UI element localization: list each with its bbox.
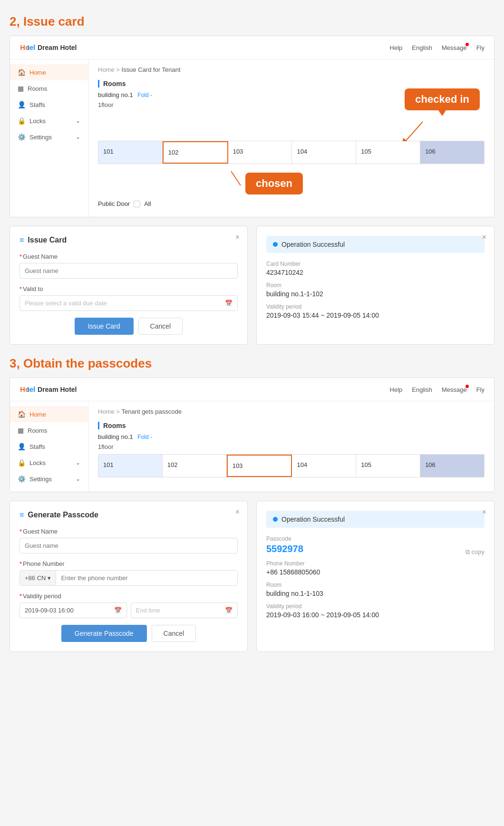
phone-number-input[interactable] [56,571,237,585]
gen-pass-close[interactable]: × [235,508,240,516]
nav-fly-2[interactable]: Fly [476,386,485,393]
passcode-value-row: 5592978 ⧉ copy [266,544,485,560]
main-content-1: Home > Issue Card for Tenant Rooms build… [88,59,494,217]
guest-name-input[interactable] [19,263,238,279]
issue-card-close[interactable]: × [235,233,240,242]
nav-english-1[interactable]: English [412,44,432,51]
sidebar-label-settings-2: Settings [29,476,52,483]
nav-help-1[interactable]: Help [390,44,403,51]
gen-phone-label: *Phone Number [19,560,238,567]
sidebar-2: 🏠 Home ▦ Rooms 👤 Staffs 🔒 Locks ⚙️ Setti… [10,401,88,492]
sidebar-item-staffs-2[interactable]: 👤 Staffs [10,438,88,455]
fold-link-1[interactable]: Fold - [137,92,152,98]
gen-pass-cancel-button[interactable]: Cancel [152,625,196,642]
room-cell-105-1[interactable]: 105 [356,141,420,164]
home-icon-1: 🏠 [18,68,26,76]
room-cell-102-2[interactable]: 102 [163,455,227,477]
sidebar-item-rooms-2[interactable]: ▦ Rooms [10,422,88,438]
nav-message-2[interactable]: Message [442,386,467,393]
room-cell-103-2[interactable]: 103 [227,455,292,477]
room-cell-101-1[interactable]: 101 [98,141,163,164]
valid-to-input[interactable]: Please select a valid due date 📅 [19,295,238,311]
room-cell-105-2[interactable]: 105 [356,455,420,477]
issue-card-cancel-button[interactable]: Cancel [138,318,183,335]
rooms-callout-container-1: checked in 101 102 103 104 105 106 [98,112,485,197]
generate-passcode-button[interactable]: Generate Passcode [61,625,147,642]
passcode-room-label: Room [266,582,485,588]
hotel-body-1: 🏠 Home ▦ Rooms 👤 Staffs 🔒 Locks ⚙️ Setti… [10,59,494,217]
sidebar-item-locks-2[interactable]: 🔒 Locks [10,455,88,471]
svg-text:tel: tel [27,44,35,51]
nav-message-1[interactable]: Message [442,44,467,51]
end-time-placeholder: End time [136,607,160,614]
hotel-nav-right-1: Help English Message Fly [390,44,485,51]
rooms-section-label-1: Rooms [98,80,485,87]
generate-passcode-dialog: ≡ Generate Passcode × *Guest Name *Phone… [10,501,248,652]
sidebar-item-settings-2[interactable]: ⚙️ Settings [10,471,88,487]
gen-pass-title: Generate Passcode [28,511,98,519]
start-date-value: 2019-09-03 16:00 [25,607,74,614]
passcode-value: 5592978 [266,544,303,554]
room-cell-106-2[interactable]: 106 [420,455,484,477]
sidebar-label-locks-2: Locks [29,459,46,466]
sidebar-label-home-2: Home [29,411,46,418]
sidebar-label-locks-1: Locks [29,117,46,125]
public-door-all-1: All [144,200,151,207]
issue-success-header: Operation Successful [266,236,485,253]
issue-validity-label: Validity period [266,303,485,310]
svg-line-2 [404,122,423,143]
room-cell-104-1[interactable]: 104 [292,141,356,164]
nav-english-2[interactable]: English [412,386,432,393]
passcode-validity-label: Validity period [266,603,485,610]
nav-help-2[interactable]: Help [390,386,403,393]
passcode-phone-label: Phone Number [266,560,485,567]
copy-button[interactable]: ⧉ copy [465,548,485,556]
room-cell-103-1[interactable]: 103 [228,141,292,164]
public-door-row-1: Public Door All [98,197,485,210]
sidebar-item-rooms-1[interactable]: ▦ Rooms [10,80,88,97]
phone-country-value: +86 CN [25,574,46,582]
gen-guest-name-label: *Guest Name [19,528,238,535]
passcode-room-value: building no.1-1-103 [266,590,485,597]
issue-card-button[interactable]: Issue Card [75,318,134,335]
sidebar-item-settings-1[interactable]: ⚙️ Settings [10,129,88,145]
valid-to-label: *Valid to [19,285,238,292]
sidebar-item-home-1[interactable]: 🏠 Home [10,64,88,80]
svg-text:tel: tel [27,386,35,393]
hotel-nav-right-2: Help English Message Fly [390,386,485,393]
issue-success-close[interactable]: × [482,233,486,242]
public-door-checkbox-1[interactable] [134,201,140,207]
fold-link-2[interactable]: Fold - [137,434,152,440]
building-label-2: building no.1 Fold - [98,433,485,440]
locks-icon-1: 🔒 [18,117,26,125]
passcode-validity-value: 2019-09-03 16:00 ~ 2019-09-05 14:00 [266,611,485,619]
room-cell-102-1[interactable]: 102 [163,141,228,164]
phone-country-selector[interactable]: +86 CN ▾ [20,571,56,585]
callout-chosen-bubble: chosen [245,173,303,194]
room-cell-106-1[interactable]: 106 [420,141,484,164]
end-time-input[interactable]: End time 📅 [131,602,238,618]
start-date-input[interactable]: 2019-09-03 16:00 📅 [19,602,127,618]
nav-fly-1[interactable]: Fly [476,44,485,51]
floor-label-2: 1floor [98,443,485,450]
issue-room-value: building no.1-1-102 [266,290,485,298]
passcode-success-close[interactable]: × [482,508,486,516]
rooms-grid-1: 101 102 103 104 105 106 [98,141,485,164]
sidebar-label-rooms-2: Rooms [28,427,47,434]
room-cell-104-2[interactable]: 104 [292,455,356,477]
hotel-logo-icon: Ho tel [19,41,35,54]
svg-line-3 [231,171,241,185]
guest-name-label: *Guest Name [19,253,238,260]
gen-guest-name-input[interactable] [19,538,238,554]
staffs-icon-2: 👤 [18,443,26,450]
room-cell-101-2[interactable]: 101 [98,455,163,477]
message-dot-1 [465,43,469,46]
hotel-logo-icon-2: Ho tel [19,383,35,396]
sidebar-item-staffs-1[interactable]: 👤 Staffs [10,97,88,113]
sidebar-item-locks-1[interactable]: 🔒 Locks [10,113,88,129]
issue-success-dialog: × Operation Successful Card Number 42347… [256,226,494,345]
sidebar-item-home-2[interactable]: 🏠 Home [10,406,88,422]
issue-card-title-row: ≡ Issue Card [19,236,238,244]
section-title-1: 2, Issue card [10,14,494,29]
sidebar-label-home-1: Home [29,69,46,76]
